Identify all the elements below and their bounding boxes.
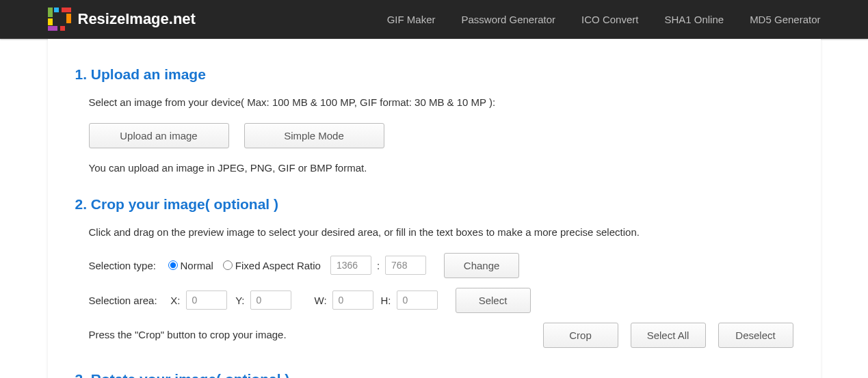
- radio-fixed-wrap[interactable]: Fixed Aspect Ratio: [223, 260, 321, 271]
- y-label: Y:: [233, 295, 245, 306]
- radio-normal[interactable]: [168, 260, 178, 270]
- logo[interactable]: ResizeImage.net: [48, 8, 196, 31]
- radio-normal-label: Normal: [181, 260, 213, 271]
- top-navbar: ResizeImage.net GIF Maker Password Gener…: [0, 0, 868, 39]
- change-button[interactable]: Change: [444, 253, 519, 278]
- selection-type-row: Selection type: Normal Fixed Aspect Rati…: [89, 253, 793, 278]
- radio-fixed-label: Fixed Aspect Ratio: [235, 260, 321, 271]
- h-label: H:: [379, 295, 391, 306]
- w-input[interactable]: [332, 291, 373, 310]
- crop-press-note: Press the "Crop" button to crop your ima…: [89, 327, 287, 343]
- upload-image-button[interactable]: Upload an image: [89, 123, 229, 148]
- radio-fixed[interactable]: [223, 260, 233, 270]
- select-all-button[interactable]: Select All: [631, 323, 706, 348]
- nav-md5-generator[interactable]: MD5 Generator: [750, 14, 820, 25]
- upload-intro: Select an image from your device( Max: 1…: [89, 95, 793, 111]
- nav-ico-convert[interactable]: ICO Convert: [581, 14, 638, 25]
- deselect-button[interactable]: Deselect: [718, 323, 793, 348]
- upload-section-title: 1. Upload an image: [75, 66, 793, 83]
- logo-icon: [48, 8, 71, 31]
- selection-area-row: Selection area: X: Y: W: H: Select: [89, 288, 793, 313]
- aspect-width-input[interactable]: [330, 256, 371, 275]
- aspect-separator: :: [377, 260, 380, 271]
- crop-button[interactable]: Crop: [543, 323, 618, 348]
- nav-links: GIF Maker Password Generator ICO Convert…: [387, 14, 821, 25]
- selection-area-label: Selection area:: [89, 295, 163, 306]
- selection-type-label: Selection type:: [89, 260, 163, 271]
- rotate-section-title: 3. Rotate your image( optional ): [75, 371, 793, 379]
- radio-normal-wrap[interactable]: Normal: [168, 260, 213, 271]
- x-input[interactable]: [186, 291, 227, 310]
- simple-mode-button[interactable]: Simple Mode: [244, 123, 384, 148]
- aspect-height-input[interactable]: [385, 256, 426, 275]
- h-input[interactable]: [397, 291, 438, 310]
- upload-note: You can upload an image in JPEG, PNG, GI…: [89, 161, 793, 176]
- nav-sha1-online[interactable]: SHA1 Online: [664, 14, 724, 25]
- crop-intro: Click and drag on the preview image to s…: [89, 225, 793, 241]
- w-label: W:: [315, 295, 327, 306]
- y-input[interactable]: [250, 291, 291, 310]
- select-button[interactable]: Select: [456, 288, 531, 313]
- main-content: 1. Upload an image Select an image from …: [48, 39, 821, 378]
- x-label: X:: [168, 295, 181, 306]
- nav-gif-maker[interactable]: GIF Maker: [387, 14, 436, 25]
- site-name: ResizeImage.net: [78, 10, 196, 28]
- nav-password-generator[interactable]: Password Generator: [461, 14, 555, 25]
- crop-section-title: 2. Crop your image( optional ): [75, 196, 793, 213]
